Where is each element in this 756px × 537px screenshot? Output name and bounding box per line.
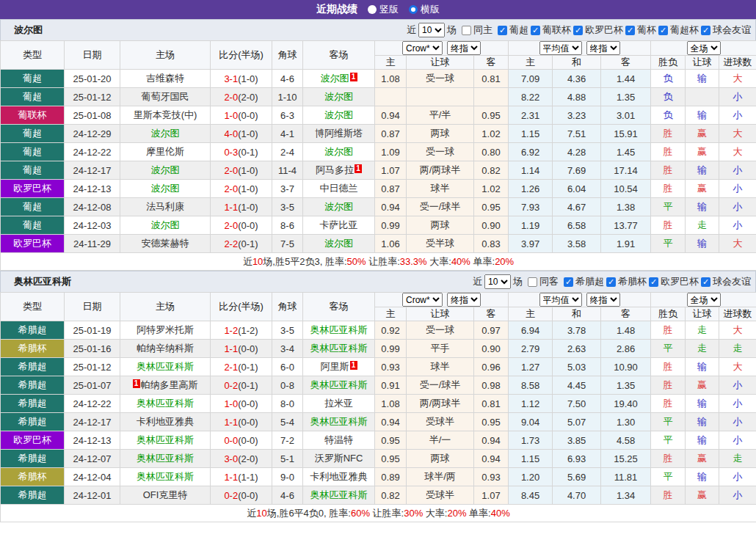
home-team[interactable]: 帕纳多里高斯 bbox=[141, 379, 198, 390]
home-team[interactable]: 安德莱赫特 bbox=[142, 238, 189, 249]
home-team[interactable]: 波尔图 bbox=[151, 128, 180, 139]
radio-vertical-dot[interactable] bbox=[368, 5, 377, 14]
games-count-select[interactable]: 10 bbox=[484, 274, 511, 289]
handicap-home-odds: 0.89 bbox=[375, 468, 407, 486]
result-handicap bbox=[686, 88, 719, 106]
away-team[interactable]: 沃罗斯NFC bbox=[315, 453, 363, 464]
home-team[interactable]: 波尔图 bbox=[151, 219, 180, 230]
home-team[interactable]: 奥林匹亚科斯 bbox=[137, 398, 194, 409]
corner-score: 8-0 bbox=[272, 395, 303, 413]
score-cell: 1-2(1-2) bbox=[211, 321, 272, 340]
home-team[interactable]: 摩里伦斯 bbox=[146, 146, 184, 157]
league-checkbox[interactable]: ✓ bbox=[531, 26, 540, 35]
away-team[interactable]: 卡萨比亚 bbox=[320, 219, 358, 230]
bookmaker-select[interactable]: Crow* bbox=[402, 293, 443, 307]
avg-home-odds: 7.93 bbox=[509, 198, 553, 216]
home-team[interactable]: 奥林匹亚科斯 bbox=[137, 453, 194, 464]
fullmatch-select[interactable]: 全场 bbox=[687, 41, 721, 55]
away-team[interactable]: 奥林匹亚科斯 bbox=[310, 324, 368, 335]
result-handicap: 输 bbox=[686, 358, 719, 376]
home-team[interactable]: 吉维森特 bbox=[146, 73, 184, 84]
avg-draw-odds: 6.04 bbox=[553, 180, 601, 198]
away-team[interactable]: 奥林匹亚科斯 bbox=[310, 379, 368, 390]
league-checkbox[interactable]: ✓ bbox=[498, 26, 507, 35]
home-team-cell: 安德莱赫特 bbox=[120, 235, 211, 253]
final-odds-select-1[interactable]: 终指 bbox=[447, 293, 481, 307]
score-cell: 2-0(0-0) bbox=[211, 216, 272, 235]
col-corner: 角球 bbox=[272, 41, 303, 70]
radio-horizontal[interactable]: 横版 bbox=[409, 3, 440, 16]
section-porto: 波尔图 近10场同主✓葡超✓葡联杯✓欧罗巴杯✓葡杯✓葡超杯✓球会友谊 类型 日期… bbox=[0, 19, 756, 271]
league-checkbox[interactable]: ✓ bbox=[573, 26, 583, 35]
final-odds-select-2[interactable]: 终指 bbox=[586, 293, 620, 307]
league-checkbox[interactable]: ✓ bbox=[658, 26, 668, 35]
away-team[interactable]: 波尔图 bbox=[324, 201, 353, 212]
away-team-wrap: 奥林匹亚科斯 bbox=[310, 379, 368, 390]
handicap-home-odds: 1.06 bbox=[375, 235, 407, 253]
result-handicap: 输 bbox=[686, 431, 719, 450]
league-checkbox[interactable]: ✓ bbox=[701, 26, 710, 35]
away-team[interactable]: 特温特 bbox=[324, 434, 353, 445]
league-checkbox[interactable]: ✓ bbox=[564, 277, 573, 287]
same-venue-checkbox[interactable] bbox=[462, 26, 471, 35]
home-team[interactable]: 奥林匹亚科斯 bbox=[137, 361, 194, 372]
handicap-home-odds: 1.09 bbox=[375, 143, 407, 161]
home-team[interactable]: 阿特罗米托斯 bbox=[137, 324, 194, 335]
col-crow-handicap: 让球 bbox=[407, 307, 474, 321]
result-goals: 小 bbox=[719, 198, 756, 216]
home-team-cell: 葡萄牙国民 bbox=[120, 88, 211, 106]
home-team[interactable]: 波尔图 bbox=[151, 183, 180, 194]
away-team[interactable]: 阿马多拉 bbox=[316, 164, 354, 175]
bookmaker-select[interactable]: Crow* bbox=[402, 41, 443, 55]
away-team[interactable]: 阿里斯 bbox=[321, 361, 349, 372]
result-winlose: 平 bbox=[651, 340, 686, 358]
avg-away-odds: 15.91 bbox=[601, 125, 651, 143]
radio-vertical[interactable]: 竖版 bbox=[368, 3, 399, 16]
league-checkbox[interactable]: ✓ bbox=[625, 26, 635, 35]
away-team[interactable]: 奥林匹亚科斯 bbox=[310, 343, 368, 354]
final-odds-select-1[interactable]: 终指 bbox=[447, 41, 481, 55]
home-team[interactable]: 奥林匹亚科斯 bbox=[137, 471, 194, 482]
home-team[interactable]: 卡利地亚雅典 bbox=[137, 416, 194, 427]
away-team[interactable]: 中日德兰 bbox=[320, 183, 358, 194]
final-odds-select-2[interactable]: 终指 bbox=[586, 41, 620, 55]
away-team[interactable]: 拉米亚 bbox=[324, 398, 353, 409]
average-select[interactable]: 平均值 bbox=[539, 293, 582, 307]
avg-draw-odds: 4.28 bbox=[553, 143, 601, 161]
games-count-select[interactable]: 10 bbox=[418, 23, 445, 37]
average-select[interactable]: 平均值 bbox=[539, 41, 582, 55]
league-checkbox[interactable]: ✓ bbox=[649, 277, 658, 287]
home-team-wrap: 波尔图 bbox=[151, 128, 180, 139]
match-row: 希腊超24-12-17卡利地亚雅典1-1(0-0)5-4奥林匹亚科斯0.94受球… bbox=[1, 413, 756, 431]
away-team[interactable]: 奥林匹亚科斯 bbox=[310, 489, 368, 500]
avg-home-odds: 9.04 bbox=[509, 413, 553, 431]
league-checkbox[interactable]: ✓ bbox=[701, 277, 710, 287]
away-team[interactable]: 博阿维斯塔 bbox=[315, 128, 363, 139]
home-team[interactable]: 里斯本竞技(中) bbox=[134, 109, 197, 120]
league-checkbox-label: 葡联杯 bbox=[542, 23, 571, 37]
fullmatch-select[interactable]: 全场 bbox=[687, 293, 721, 307]
result-winlose: 胜 bbox=[651, 161, 686, 180]
home-team[interactable]: OFI克里特 bbox=[143, 489, 188, 500]
home-team[interactable]: 法马利康 bbox=[146, 201, 184, 212]
away-team[interactable]: 波尔图 bbox=[321, 73, 349, 84]
home-team[interactable]: 葡萄牙国民 bbox=[142, 91, 189, 102]
handicap-home-odds: 0.94 bbox=[375, 198, 407, 216]
away-team[interactable]: 波尔图 bbox=[324, 238, 353, 249]
home-team[interactable]: 波尔图 bbox=[151, 164, 180, 175]
result-winlose: 平 bbox=[651, 468, 686, 486]
league-checkbox[interactable]: ✓ bbox=[606, 277, 616, 287]
home-team[interactable]: 帕纳辛纳科斯 bbox=[137, 343, 194, 354]
home-team-wrap: 安德莱赫特 bbox=[142, 238, 189, 249]
away-team[interactable]: 波尔图 bbox=[324, 109, 353, 120]
halftime-score: (1-0) bbox=[238, 202, 258, 213]
away-team[interactable]: 卡利地亚雅典 bbox=[310, 471, 368, 482]
same-venue-checkbox[interactable] bbox=[528, 277, 537, 287]
handicap-away-odds: 0.94 bbox=[474, 450, 509, 468]
home-team[interactable]: 奥林匹亚科斯 bbox=[137, 434, 194, 445]
away-team[interactable]: 奥林匹亚科斯 bbox=[310, 416, 368, 427]
halftime-score: (2-0) bbox=[238, 453, 258, 464]
away-team[interactable]: 波尔图 bbox=[324, 91, 353, 102]
radio-horizontal-dot[interactable] bbox=[409, 5, 418, 14]
away-team[interactable]: 波尔图 bbox=[324, 146, 353, 157]
